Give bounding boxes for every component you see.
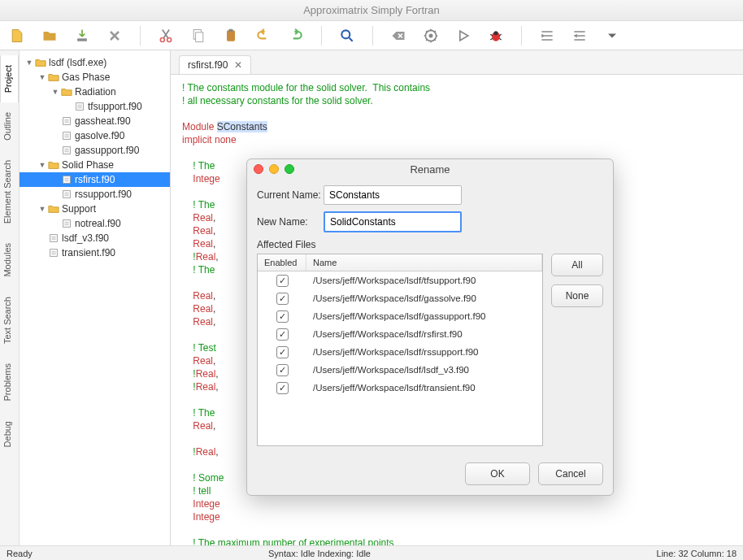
folder-icon [47,159,60,171]
sidetab-project[interactable]: Project [0,55,19,102]
copy-icon[interactable] [189,27,207,45]
ok-button[interactable]: OK [465,462,530,485]
cancel-button[interactable]: Cancel [538,462,603,485]
enabled-checkbox[interactable]: ✓ [276,310,289,323]
file-path: /Users/jeff/Workspace/lsdf/tfsupport.f90 [306,276,542,285]
tab-close-icon[interactable]: ✕ [234,59,242,71]
rename-dialog: Rename Current Name: New Name: Affected … [246,158,614,496]
build-icon[interactable] [422,27,440,45]
redo-icon[interactable] [287,27,305,45]
all-button[interactable]: All [551,254,603,276]
outdent-icon[interactable] [571,27,589,45]
disclosure-icon[interactable]: ▼ [50,88,60,96]
tree-item[interactable]: gasolve.f90 [20,128,170,143]
tree-item-label: gasolve.f90 [73,130,124,141]
editor-tabs: rsfirst.f90 ✕ [171,50,743,75]
tree-item[interactable]: ▼Support [20,202,170,216]
enabled-checkbox[interactable]: ✓ [276,328,289,341]
folder-icon [47,203,60,215]
zoom-window-icon[interactable] [285,164,294,174]
dialog-title: Rename [247,163,613,176]
window-controls[interactable] [254,164,294,174]
table-row[interactable]: ✓/Users/jeff/Workspace/lsdf/rsfirst.f90 [258,325,542,343]
current-name-input[interactable] [324,185,462,205]
col-name[interactable]: Name [306,254,542,271]
tree-item[interactable]: ▼Solid Phase [20,158,170,172]
table-row[interactable]: ✓/Users/jeff/Workspace/lsdf/lsdf_v3.f90 [258,361,542,379]
affected-files-table[interactable]: Enabled Name ✓/Users/jeff/Workspace/lsdf… [257,254,543,446]
sidetab-text-search[interactable]: Text Search [0,287,19,354]
clear-icon[interactable] [389,27,407,45]
svg-point-7 [341,30,350,38]
editor-tab-active[interactable]: rsfirst.f90 ✕ [179,55,251,74]
tree-item[interactable]: ▼Radiation [20,85,170,99]
paste-icon[interactable] [222,27,240,45]
sidetab-debug[interactable]: Debug [0,411,19,457]
indent-icon[interactable] [538,27,556,45]
tree-item[interactable]: gassupport.f90 [20,143,170,158]
svg-rect-0 [77,38,87,41]
status-bar: Ready Syntax: Idle Indexing: Idle Line: … [0,545,743,560]
run-icon[interactable] [454,27,472,45]
enabled-checkbox[interactable]: ✓ [276,382,289,394]
table-row[interactable]: ✓/Users/jeff/Workspace/lsdf/gassolve.f90 [258,289,542,307]
save-icon[interactable] [73,27,91,45]
sidetab-outline[interactable]: Outline [0,102,19,150]
table-row[interactable]: ✓/Users/jeff/Workspace/lsdf/transient.f9… [258,379,542,397]
tree-item[interactable]: lsdf_v3.f90 [20,231,170,245]
tree-item[interactable]: transient.f90 [20,245,170,260]
none-button[interactable]: None [551,284,603,307]
chevron-down-icon[interactable] [603,27,621,45]
tree-item-label: lsdf (lsdf.exe) [47,57,106,68]
tree-item[interactable]: ▼Gas Phase [20,70,170,85]
toolbar-separator [372,26,373,46]
undo-icon[interactable] [254,27,272,45]
sidetab-element-search[interactable]: Element Search [0,150,19,233]
new-name-input[interactable] [324,211,462,232]
tree-item-label: Radiation [73,86,116,98]
disclosure-icon[interactable]: ▼ [37,161,47,169]
file-icon [47,232,60,244]
table-row[interactable]: ✓/Users/jeff/Workspace/lsdf/rssupport.f9… [258,343,542,361]
table-row[interactable]: ✓/Users/jeff/Workspace/lsdf/gassupport.f… [258,307,542,325]
project-tree[interactable]: ▼lsdf (lsdf.exe)▼Gas Phase▼Radiationtfsu… [20,50,171,545]
tree-item[interactable]: tfsupport.f90 [20,99,170,114]
sidetab-problems[interactable]: Problems [0,354,19,410]
table-header: Enabled Name [258,254,542,271]
disclosure-icon[interactable]: ▼ [37,73,47,81]
tree-item-label: transient.f90 [60,247,115,258]
enabled-checkbox[interactable]: ✓ [276,293,289,305]
file-icon [47,247,60,258]
col-enabled[interactable]: Enabled [258,254,306,271]
table-row[interactable]: ✓/Users/jeff/Workspace/lsdf/tfsupport.f9… [258,271,542,289]
cut-icon[interactable] [157,27,175,45]
new-file-icon[interactable] [8,27,26,45]
svg-point-11 [494,31,498,35]
dialog-titlebar[interactable]: Rename [247,159,613,179]
toolbar-separator [521,26,522,46]
search-icon[interactable] [338,27,356,45]
enabled-checkbox[interactable]: ✓ [276,275,289,287]
toolbar-separator [140,26,141,46]
enabled-checkbox[interactable]: ✓ [276,346,289,358]
open-folder-icon[interactable] [41,27,59,45]
tree-item[interactable]: ▼lsdf (lsdf.exe) [20,55,170,70]
disclosure-icon[interactable]: ▼ [24,59,34,67]
enabled-checkbox[interactable]: ✓ [276,364,289,376]
editor-tab-label: rsfirst.f90 [188,59,228,71]
status-mid: Syntax: Idle Indexing: Idle [268,549,371,558]
sidetab-modules[interactable]: Modules [0,233,19,287]
status-right: Line: 32 Column: 18 [657,549,736,558]
tree-item[interactable]: rsfirst.f90 [20,172,170,187]
side-tab-strip: ProjectOutlineElement SearchModulesText … [0,50,20,545]
file-icon [60,218,73,229]
minimize-window-icon[interactable] [269,164,279,174]
debug-icon[interactable] [487,27,505,45]
close-icon[interactable] [106,27,124,45]
disclosure-icon[interactable]: ▼ [37,205,47,213]
tree-item[interactable]: gassheat.f90 [20,114,170,128]
close-window-icon[interactable] [254,164,263,174]
file-path: /Users/jeff/Workspace/lsdf/rsfirst.f90 [306,329,542,339]
tree-item[interactable]: notreal.f90 [20,216,170,231]
tree-item[interactable]: rssupport.f90 [20,187,170,202]
